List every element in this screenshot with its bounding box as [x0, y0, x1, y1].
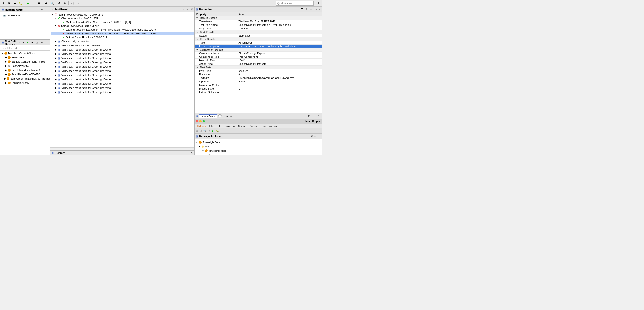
menu-file[interactable]: File — [208, 124, 215, 128]
expand-arrow-icon[interactable]: ▶ — [54, 53, 57, 55]
toolbar-record-btn[interactable]: ⏺ — [44, 1, 49, 6]
pkg-close[interactable]: ✕ — [311, 135, 313, 137]
expand-arrow-icon[interactable]: ▶ — [4, 61, 7, 63]
menu-run[interactable]: Run — [260, 124, 267, 128]
props-table-row[interactable]: Status Step failed — [194, 34, 322, 38]
pkg-toolbar-icon2[interactable]: □ — [316, 134, 320, 138]
toolbar-pause-btn[interactable]: ⏸ — [31, 1, 36, 6]
expand-arrow-icon[interactable]: ▶ — [4, 82, 7, 84]
props-table-row[interactable]: Test Step Name Select Node by Textpath o… — [194, 23, 322, 27]
result-row[interactable]: ▶ ▣ Verify scan result table for Greenli… — [50, 81, 194, 86]
expand-arrow-icon[interactable]: ▶ — [205, 154, 208, 155]
running-auts-minimize[interactable]: ─ — [40, 8, 44, 12]
aut-item[interactable]: 💻 aut450mac — [2, 14, 48, 18]
result-row[interactable]: ▶ ▣ Verify scan result table for Greenli… — [50, 69, 194, 73]
eclipse-toolbar-icon4[interactable]: ⚙ — [207, 129, 211, 132]
expand-arrow-icon[interactable]: ▼ — [54, 25, 57, 27]
result-row[interactable]: ▶ ▣ Verify scan result table for Greenli… — [50, 60, 194, 65]
expand-arrow-icon[interactable]: ▶ — [4, 56, 7, 59]
expand-arrow-icon[interactable]: ▶ — [4, 73, 7, 76]
test-suite-close[interactable]: ✕ — [18, 41, 20, 44]
expand-arrow-icon[interactable]: ▶ — [4, 69, 7, 71]
tsb-stop-icon[interactable]: ⏹ — [30, 41, 34, 45]
result-row[interactable]: ▼ ✕ ScanFlawedJavaMac450 - 0:00:04.577 — [50, 13, 194, 17]
toolbar-flag-btn[interactable]: ⚑ — [6, 1, 12, 6]
tsb-filter-icon[interactable]: ⊡ — [35, 41, 39, 45]
props-maximize[interactable]: □ — [314, 8, 318, 11]
props-icon3[interactable]: ⊡ — [304, 8, 308, 11]
result-row[interactable]: ▼ ✓ Expand Node by Textpath on (SWT) Tre… — [50, 28, 194, 32]
props-table-row[interactable]: Textpath GreenlightDemo/src/flawedPackag… — [194, 76, 322, 80]
tr-close[interactable]: ✕ — [191, 8, 193, 11]
expand-arrow-icon[interactable]: ▶ — [54, 61, 57, 64]
result-row[interactable]: ▶ ▣ Verify scan result table for Greenli… — [50, 90, 194, 94]
eclipse-toolbar-run-icon[interactable]: ▶ — [211, 129, 215, 132]
props-table-row[interactable]: Extend Selection — [194, 90, 322, 94]
props-table-row[interactable]: Timestamp Wed Nov 30 13:44:52 EST 2016 — [194, 20, 322, 23]
props-icon1[interactable]: ↑ — [295, 8, 299, 11]
menu-project[interactable]: Project — [248, 124, 259, 128]
list-item[interactable]: ▶ ⚙ ScanAllWin450 — [1, 64, 49, 68]
list-item[interactable]: ▶ TemporaryOnly — [1, 81, 49, 85]
result-row[interactable]: ▼ ✓ Clear scan results - 0:00:01.365 — [50, 17, 194, 20]
toolbar-back-btn[interactable]: ◁ — [70, 1, 75, 6]
menu-navigate[interactable]: Navigate — [223, 124, 236, 128]
expand-arrow-icon[interactable]: ▶ — [54, 66, 57, 68]
traffic-light-green[interactable] — [202, 120, 205, 122]
list-item[interactable]: ▼ flawedPackage — [195, 149, 321, 153]
section-toggle-icon[interactable]: ▼ — [196, 31, 199, 34]
result-row[interactable]: ▼ ✓ Default Event Handler - 0:00:00.317 — [50, 35, 194, 39]
iv-minimize[interactable]: ─ — [312, 114, 316, 118]
expand-arrow-icon[interactable]: ▶ — [54, 87, 57, 89]
expand-arrow-icon[interactable]: ▼ — [54, 17, 57, 20]
list-item[interactable]: ▶ ScanFlawedJavaMac450 — [1, 68, 49, 72]
result-row[interactable]: ▶ ▣ Verify scan result table for Greenli… — [50, 52, 194, 56]
result-row[interactable]: ▶ ▣ Verify scan result table for Greenli… — [50, 86, 194, 90]
list-item[interactable]: ▼ 📁 src — [195, 144, 321, 149]
props-table-row[interactable]: Action Type Select Node by Textpath — [194, 62, 322, 66]
list-item[interactable]: ▶ ScanFlawedJavaWin450 — [1, 72, 49, 77]
expand-arrow-icon[interactable]: ▶ — [54, 57, 57, 59]
iv-icon1[interactable]: ⊟ — [307, 114, 311, 118]
result-row[interactable]: ▼ ✓ Click Tool Item to Clear Scan Result… — [50, 20, 194, 24]
horizontal-scrollbar[interactable] — [50, 147, 194, 150]
toolbar-debug-btn[interactable]: 🐛 — [18, 1, 23, 6]
expand-arrow-icon[interactable]: ▼ — [52, 14, 54, 16]
traffic-light-red[interactable] — [196, 120, 198, 122]
result-row[interactable]: ▶ ▣ Wait for security scan to complete — [50, 43, 194, 48]
toolbar-runconfig-btn[interactable]: ▶ — [12, 1, 18, 6]
props-table-row[interactable]: Path Type absolute — [194, 69, 322, 73]
expand-arrow-icon[interactable]: ▶ — [54, 70, 57, 72]
tab-image-view[interactable]: Image View — [199, 114, 217, 118]
tr-minimize[interactable]: ─ — [182, 8, 185, 11]
list-item[interactable]: ▶ ☕ Flawed.java — [195, 153, 321, 155]
toolbar-settings-btn[interactable]: ⚙ — [57, 1, 62, 6]
props-table-row[interactable]: Number of Clicks 1 — [194, 83, 322, 87]
toolbar-stop-btn[interactable]: ⏹ — [36, 1, 42, 6]
expand-arrow-icon[interactable]: ▶ — [54, 82, 57, 85]
eclipse-toolbar-icon1[interactable]: ⊡ — [195, 129, 199, 132]
props-icon2[interactable]: ☰ — [300, 8, 304, 11]
tr-maximize[interactable]: □ — [186, 8, 190, 11]
section-toggle-icon[interactable]: ▼ — [196, 17, 199, 19]
expand-arrow-icon[interactable]: ▶ — [54, 49, 57, 51]
props-table-row[interactable]: Step Type Test Step — [194, 27, 322, 30]
list-item[interactable]: ▶ Sample Context menu in tree — [1, 60, 49, 64]
result-row[interactable]: ▶ ▣ Verify scan result table for Greenli… — [50, 56, 194, 60]
toolbar-inspect-btn[interactable]: 🔍 — [50, 1, 54, 6]
props-table-row[interactable]: Component Name ClassInPackageExplorer — [194, 52, 322, 55]
result-row[interactable]: ▶ ▣ Verify scan result table for Greenli… — [50, 48, 194, 52]
section-toggle-icon[interactable]: ▼ — [196, 38, 199, 41]
props-table-row[interactable]: Component Type Tree Component — [194, 55, 322, 59]
expand-arrow-icon[interactable]: ▼ — [198, 145, 201, 148]
expand-arrow-icon[interactable]: ▶ — [54, 78, 57, 81]
props-minimize[interactable]: ─ — [309, 8, 313, 11]
section-toggle-icon[interactable]: ▼ — [196, 49, 199, 51]
section-toggle-icon[interactable]: ▼ — [196, 66, 199, 69]
tab-console[interactable]: Console — [222, 114, 236, 118]
list-item[interactable]: ▶ ProjectScan — [1, 55, 49, 60]
result-row[interactable]: ▼ ✕ Select Node by Textpath on (SWT) Tre… — [50, 32, 194, 35]
list-item[interactable]: ▼ GreenlightDemo — [195, 140, 321, 144]
tsb-minimize[interactable]: ─ — [40, 41, 44, 45]
expand-arrow-icon[interactable]: ▶ — [4, 78, 6, 80]
